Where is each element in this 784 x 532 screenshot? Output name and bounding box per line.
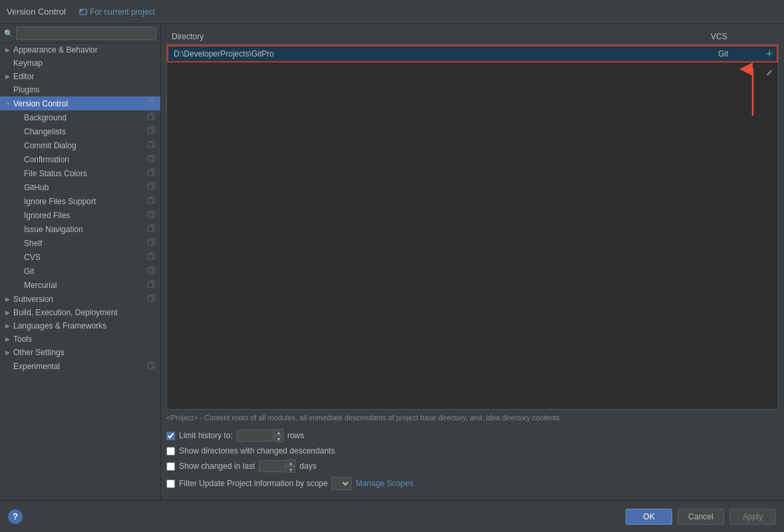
sidebar-item-changelists[interactable]: Changelists [0,124,160,138]
table-header: Directory VCS [166,29,779,45]
sidebar-item-label: Keymap [13,59,155,68]
sidebar-item-label: Plugins [13,85,155,94]
dialog-title: Version Control [7,7,66,17]
scope-dropdown[interactable] [331,477,351,490]
sidebar-item-languages-frameworks[interactable]: ▶Languages & Frameworks [0,319,160,332]
limit-history-checkbox[interactable] [166,432,175,440]
sidebar-item-appearance-behavior[interactable]: ▶Appearance & Behavior [0,43,160,57]
limit-history-spinner-buttons: ▲ ▼ [274,429,284,442]
sidebar-item-cvs[interactable]: CVS [0,250,160,264]
copy-icon [147,210,155,220]
pencil-icon [765,68,773,76]
sidebar-item-tools[interactable]: ▶Tools [0,332,160,346]
options-section: Limit history to: 1,000 ▲ ▼ rows [166,424,779,495]
sidebar-item-label: Confirmation [24,155,147,164]
sidebar-item-git[interactable]: Git [0,264,160,278]
project-subtitle: For current project [90,7,155,17]
vc-panel: Directory VCS D:\DeveloperProjects\GitPr… [161,24,784,500]
svg-rect-9 [148,198,152,203]
sidebar-item-label: Commit Dialog [24,141,147,150]
svg-rect-15 [148,282,152,287]
svg-rect-11 [148,226,152,231]
col-directory-header: Directory [166,31,705,43]
sidebar-item-shelf[interactable]: Shelf [0,236,160,250]
copy-icon [147,140,155,150]
copy-icon [147,238,155,248]
copy-icon [147,361,155,371]
limit-history-up[interactable]: ▲ [274,429,284,436]
svg-rect-10 [148,212,152,217]
svg-rect-16 [148,296,152,301]
limit-history-down[interactable]: ▼ [274,436,284,442]
sidebar-item-label: Ignored Files [24,211,147,220]
svg-rect-3 [148,114,152,120]
dialog-subtitle: For current project [79,7,155,17]
sidebar: 🔍 ▶Appearance & BehaviorKeymap▶EditorPlu… [0,24,161,500]
sidebar-item-other-settings[interactable]: ▶Other Settings [0,346,160,359]
limit-history-input[interactable]: 1,000 [237,430,274,442]
copy-icon [147,224,155,234]
apply-button[interactable]: Apply [729,509,776,525]
footer-info-text: <Project> - Content roots of all modules… [166,414,560,422]
search-input[interactable] [16,27,156,40]
copy-icon [147,154,155,164]
sidebar-item-label: Experimental [13,362,147,371]
svg-rect-6 [148,156,152,162]
show-changed-input[interactable]: 31 [259,460,286,472]
show-changed-checkbox[interactable] [166,462,175,471]
svg-rect-1 [80,9,83,11]
dialog-body: 🔍 ▶Appearance & BehaviorKeymap▶EditorPlu… [0,24,784,500]
sidebar-item-label: Tools [13,334,155,344]
show-changed-up[interactable]: ▲ [286,460,295,466]
sidebar-item-label: Changelists [24,127,147,136]
sidebar-item-label: Subversion [13,295,147,304]
edit-vcs-root-button[interactable] [762,65,777,80]
help-button[interactable]: ? [8,509,23,524]
sidebar-item-mercurial[interactable]: Mercurial [0,278,160,292]
show-changed-down[interactable]: ▼ [286,466,295,473]
settings-dialog: Version Control For current project 🔍 ▶A… [0,0,784,532]
sidebar-item-confirmation[interactable]: Confirmation [0,152,160,166]
sidebar-item-build-execution-deployment[interactable]: ▶Build, Execution, Deployment [0,306,160,319]
sidebar-item-commit-dialog[interactable]: Commit Dialog [0,138,160,152]
sidebar-item-editor[interactable]: ▶Editor [0,70,160,83]
footer-right: OK Cancel Apply [626,509,776,525]
sidebar-item-label: Issue Navigation [24,225,147,234]
sidebar-item-plugins[interactable]: Plugins [0,83,160,96]
show-directories-row: Show directories with changed descendant… [166,444,779,458]
sidebar-item-ignore-files-support[interactable]: Ignore Files Support [0,194,160,208]
filter-update-checkbox[interactable] [166,479,175,488]
add-vcs-root-button[interactable]: + [762,47,777,61]
copy-icon [147,280,155,290]
svg-rect-4 [148,128,152,134]
sidebar-item-background[interactable]: Background [0,110,160,124]
red-arrow-annotation [719,56,759,122]
show-changed-spinner-buttons: ▲ ▼ [286,460,295,473]
sidebar-item-label: Other Settings [13,348,155,357]
show-changed-spinner: 31 ▲ ▼ [259,460,295,473]
cancel-button[interactable]: Cancel [678,509,724,525]
copy-icon [147,196,155,206]
sidebar-item-ignored-files[interactable]: Ignored Files [0,208,160,222]
copy-icon [147,252,155,262]
vc-table: D:\DeveloperProjects\GitPro Git + [166,45,779,410]
copy-icon [147,98,155,108]
sidebar-item-label: Languages & Frameworks [13,321,155,331]
sidebar-item-issue-navigation[interactable]: Issue Navigation [0,222,160,236]
sidebar-item-version-control[interactable]: ▼Version Control [0,96,160,110]
ok-button[interactable]: OK [626,509,672,525]
search-icon: 🔍 [4,29,13,38]
sidebar-item-experimental[interactable]: Experimental [0,359,160,373]
show-directories-label: Show directories with changed descendant… [179,446,335,456]
manage-scopes-button[interactable]: Manage Scopes [355,479,413,488]
search-box[interactable]: 🔍 [0,24,160,43]
arrow-icon: ▶ [5,47,13,53]
sidebar-item-label: GitHub [24,183,147,192]
sidebar-item-file-status-colors[interactable]: File Status Colors [0,166,160,180]
sidebar-item-subversion[interactable]: ▶Subversion [0,292,160,306]
show-directories-checkbox[interactable] [166,447,175,456]
table-row[interactable]: D:\DeveloperProjects\GitPro Git [167,45,778,63]
sidebar-item-keymap[interactable]: Keymap [0,57,160,70]
copy-icon [147,294,155,304]
sidebar-item-github[interactable]: GitHub [0,180,160,194]
